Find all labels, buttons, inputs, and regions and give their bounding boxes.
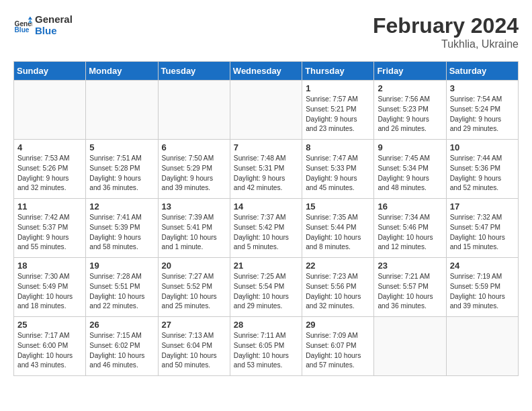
day-number: 20	[162, 261, 226, 271]
calendar-day-1-4	[230, 81, 302, 140]
weekday-header-monday: Monday	[86, 62, 158, 81]
calendar-day-2-3: 6Sunrise: 7:50 AM Sunset: 5:29 PM Daylig…	[158, 140, 230, 199]
day-number: 28	[234, 320, 298, 330]
calendar-day-1-2	[86, 81, 158, 140]
day-info: Sunrise: 7:45 AM Sunset: 5:34 PM Dayligh…	[378, 154, 442, 193]
day-info: Sunrise: 7:47 AM Sunset: 5:33 PM Dayligh…	[306, 154, 370, 193]
calendar-day-4-4: 21Sunrise: 7:25 AM Sunset: 5:54 PM Dayli…	[230, 258, 302, 317]
day-number: 27	[162, 320, 226, 330]
weekday-header-saturday: Saturday	[446, 62, 518, 81]
calendar-day-1-1	[14, 81, 86, 140]
weekday-header-tuesday: Tuesday	[158, 62, 230, 81]
calendar-day-5-1: 25Sunrise: 7:17 AM Sunset: 6:00 PM Dayli…	[14, 317, 86, 376]
day-number: 13	[162, 201, 226, 212]
day-number: 22	[306, 261, 370, 271]
day-number: 2	[378, 83, 442, 93]
svg-marker-2	[28, 17, 32, 20]
calendar-day-4-1: 18Sunrise: 7:30 AM Sunset: 5:49 PM Dayli…	[14, 258, 86, 317]
calendar-week-5: 25Sunrise: 7:17 AM Sunset: 6:00 PM Dayli…	[14, 317, 519, 376]
calendar-day-2-6: 9Sunrise: 7:45 AM Sunset: 5:34 PM Daylig…	[374, 140, 446, 199]
day-info: Sunrise: 7:15 AM Sunset: 6:02 PM Dayligh…	[89, 331, 154, 371]
weekday-header-wednesday: Wednesday	[230, 62, 302, 81]
day-number: 1	[306, 83, 370, 93]
calendar-day-2-7: 10Sunrise: 7:44 AM Sunset: 5:36 PM Dayli…	[446, 140, 518, 199]
day-info: Sunrise: 7:30 AM Sunset: 5:49 PM Dayligh…	[17, 272, 82, 312]
calendar-day-1-3	[158, 81, 230, 140]
calendar-table: SundayMondayTuesdayWednesdayThursdayFrid…	[13, 61, 519, 376]
calendar-day-2-4: 7Sunrise: 7:48 AM Sunset: 5:31 PM Daylig…	[230, 140, 302, 199]
day-number: 29	[306, 320, 370, 330]
logo-icon: General Blue	[13, 15, 32, 34]
logo: General Blue General Blue	[13, 13, 73, 36]
svg-text:Blue: Blue	[15, 26, 30, 34]
day-number: 8	[306, 142, 370, 152]
calendar-day-3-5: 15Sunrise: 7:35 AM Sunset: 5:44 PM Dayli…	[302, 199, 374, 258]
day-info: Sunrise: 7:41 AM Sunset: 5:39 PM Dayligh…	[89, 213, 154, 253]
day-info: Sunrise: 7:37 AM Sunset: 5:42 PM Dayligh…	[234, 213, 298, 253]
day-info: Sunrise: 7:11 AM Sunset: 6:05 PM Dayligh…	[234, 331, 298, 371]
day-info: Sunrise: 7:44 AM Sunset: 5:36 PM Dayligh…	[450, 154, 515, 193]
weekday-header-thursday: Thursday	[302, 62, 374, 81]
day-info: Sunrise: 7:23 AM Sunset: 5:56 PM Dayligh…	[306, 272, 370, 312]
calendar-day-3-1: 11Sunrise: 7:42 AM Sunset: 5:37 PM Dayli…	[14, 199, 86, 258]
day-info: Sunrise: 7:53 AM Sunset: 5:26 PM Dayligh…	[17, 154, 82, 193]
day-number: 15	[306, 201, 370, 212]
day-number: 14	[234, 201, 298, 212]
day-number: 11	[17, 201, 82, 212]
page-header: General Blue General Blue February 2024 …	[13, 13, 519, 50]
day-info: Sunrise: 7:54 AM Sunset: 5:24 PM Dayligh…	[450, 95, 515, 134]
calendar-day-5-5: 29Sunrise: 7:09 AM Sunset: 6:07 PM Dayli…	[302, 317, 374, 376]
weekday-header-friday: Friday	[374, 62, 446, 81]
day-number: 10	[450, 142, 515, 152]
calendar-title: February 2024	[373, 13, 519, 38]
day-info: Sunrise: 7:35 AM Sunset: 5:44 PM Dayligh…	[306, 213, 370, 253]
calendar-day-2-2: 5Sunrise: 7:51 AM Sunset: 5:28 PM Daylig…	[86, 140, 158, 199]
day-info: Sunrise: 7:48 AM Sunset: 5:31 PM Dayligh…	[234, 154, 298, 193]
day-number: 18	[17, 261, 82, 271]
day-number: 16	[378, 201, 442, 212]
day-number: 12	[89, 201, 154, 212]
calendar-subtitle: Tukhlia, Ukraine	[373, 38, 519, 50]
calendar-day-3-7: 17Sunrise: 7:32 AM Sunset: 5:47 PM Dayli…	[446, 199, 518, 258]
day-info: Sunrise: 7:19 AM Sunset: 5:59 PM Dayligh…	[450, 272, 515, 312]
day-info: Sunrise: 7:09 AM Sunset: 6:07 PM Dayligh…	[306, 331, 370, 371]
title-area: February 2024 Tukhlia, Ukraine	[373, 13, 519, 50]
day-number: 17	[450, 201, 515, 212]
day-info: Sunrise: 7:39 AM Sunset: 5:41 PM Dayligh…	[162, 213, 226, 253]
calendar-day-5-3: 27Sunrise: 7:13 AM Sunset: 6:04 PM Dayli…	[158, 317, 230, 376]
calendar-day-5-4: 28Sunrise: 7:11 AM Sunset: 6:05 PM Dayli…	[230, 317, 302, 376]
calendar-day-5-6	[374, 317, 446, 376]
calendar-day-5-7	[446, 317, 518, 376]
day-number: 7	[234, 142, 298, 152]
day-number: 9	[378, 142, 442, 152]
calendar-day-1-7: 3Sunrise: 7:54 AM Sunset: 5:24 PM Daylig…	[446, 81, 518, 140]
day-number: 24	[450, 261, 515, 271]
day-number: 21	[234, 261, 298, 271]
logo-blue: Blue	[35, 25, 73, 36]
day-number: 23	[378, 261, 442, 271]
day-number: 4	[17, 142, 82, 152]
calendar-day-4-5: 22Sunrise: 7:23 AM Sunset: 5:56 PM Dayli…	[302, 258, 374, 317]
day-info: Sunrise: 7:42 AM Sunset: 5:37 PM Dayligh…	[17, 213, 82, 253]
weekday-header-sunday: Sunday	[14, 62, 86, 81]
calendar-day-3-4: 14Sunrise: 7:37 AM Sunset: 5:42 PM Dayli…	[230, 199, 302, 258]
day-number: 6	[162, 142, 226, 152]
calendar-day-3-6: 16Sunrise: 7:34 AM Sunset: 5:46 PM Dayli…	[374, 199, 446, 258]
day-info: Sunrise: 7:34 AM Sunset: 5:46 PM Dayligh…	[378, 213, 442, 253]
logo-general: General	[35, 13, 73, 25]
day-info: Sunrise: 7:50 AM Sunset: 5:29 PM Dayligh…	[162, 154, 226, 193]
calendar-day-4-2: 19Sunrise: 7:28 AM Sunset: 5:51 PM Dayli…	[86, 258, 158, 317]
calendar-week-4: 18Sunrise: 7:30 AM Sunset: 5:49 PM Dayli…	[14, 258, 519, 317]
day-info: Sunrise: 7:13 AM Sunset: 6:04 PM Dayligh…	[162, 331, 226, 371]
calendar-week-1: 1Sunrise: 7:57 AM Sunset: 5:21 PM Daylig…	[14, 81, 519, 140]
calendar-day-2-1: 4Sunrise: 7:53 AM Sunset: 5:26 PM Daylig…	[14, 140, 86, 199]
calendar-day-1-6: 2Sunrise: 7:56 AM Sunset: 5:23 PM Daylig…	[374, 81, 446, 140]
day-number: 25	[17, 320, 82, 330]
calendar-day-3-3: 13Sunrise: 7:39 AM Sunset: 5:41 PM Dayli…	[158, 199, 230, 258]
calendar-week-2: 4Sunrise: 7:53 AM Sunset: 5:26 PM Daylig…	[14, 140, 519, 199]
day-info: Sunrise: 7:28 AM Sunset: 5:51 PM Dayligh…	[89, 272, 154, 312]
day-info: Sunrise: 7:56 AM Sunset: 5:23 PM Dayligh…	[378, 95, 442, 134]
day-info: Sunrise: 7:57 AM Sunset: 5:21 PM Dayligh…	[306, 95, 370, 134]
day-info: Sunrise: 7:21 AM Sunset: 5:57 PM Dayligh…	[378, 272, 442, 312]
day-info: Sunrise: 7:17 AM Sunset: 6:00 PM Dayligh…	[17, 331, 82, 371]
